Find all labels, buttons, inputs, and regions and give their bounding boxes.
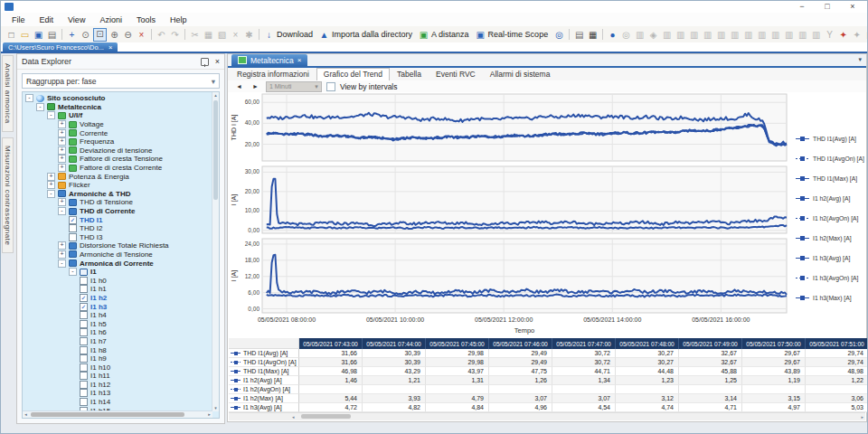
zoom-reset-button[interactable]: × <box>136 29 147 41</box>
tree-item[interactable]: I1 h7 <box>24 337 212 346</box>
tree-item[interactable]: +Fattore di cresta Corrente <box>24 164 212 173</box>
chart-option-8-button[interactable]: ▥ <box>729 29 741 41</box>
checkbox[interactable] <box>80 354 88 363</box>
checkbox[interactable] <box>80 311 88 319</box>
menu-azioni[interactable]: Azioni <box>92 14 129 25</box>
legend-item[interactable]: THD I1(Max) [A] <box>796 168 868 188</box>
redo-button[interactable]: ↷ <box>169 29 181 41</box>
download-button[interactable]: ↓ <box>263 29 275 41</box>
tree-item[interactable]: I1 h12 <box>24 381 212 390</box>
tree-item[interactable]: I1 h0 <box>24 276 212 285</box>
table-horizontal-scrollbar[interactable]: ◂ ▸ <box>229 412 865 420</box>
checkbox[interactable] <box>80 372 88 380</box>
zoom-in-button[interactable]: ⊕ <box>108 29 120 41</box>
pin-icon[interactable] <box>201 58 209 66</box>
tree-item[interactable]: -Sito sconosciuto <box>24 94 212 103</box>
file-path-tab-close-icon[interactable]: × <box>108 43 112 52</box>
tree-expander-icon[interactable]: + <box>58 155 66 163</box>
legend-item[interactable]: THD I1(AvgOn) [A] <box>796 148 868 168</box>
tree-expander-icon[interactable]: + <box>47 181 55 189</box>
table-column-header[interactable]: 05/05/2021 07:43:00 <box>299 338 363 349</box>
table-row[interactable]: I1 h2(Avg) [A]1,461,211,311,261,341,231,… <box>229 376 865 385</box>
chart-option-9-button[interactable]: ▥ <box>742 29 754 41</box>
tree-expander-icon[interactable]: - <box>36 103 44 111</box>
tree-expander-icon[interactable]: + <box>58 137 66 146</box>
tree-expander-icon[interactable]: + <box>58 129 66 137</box>
tree-item[interactable]: I1 h13 <box>24 389 212 398</box>
marker-gray-button[interactable]: ◎ <box>620 29 632 41</box>
chart-option-3-button[interactable]: ▥ <box>661 29 673 41</box>
legend-item[interactable]: I1 h2(Max) [A] <box>796 228 868 248</box>
tree-expander-icon[interactable]: + <box>58 241 66 250</box>
maximize-button[interactable]: □ <box>815 1 840 13</box>
web-button[interactable]: ◎ <box>553 29 565 41</box>
chart-option-4-button[interactable]: ▥ <box>675 29 686 41</box>
tree-item[interactable]: THD I2 <box>24 224 212 233</box>
table-row[interactable]: I1 h2(AvgOn) [A] <box>229 385 865 394</box>
copy-button[interactable]: ▦ <box>203 29 214 41</box>
table-column-header[interactable]: 05/05/2021 07:51:00 <box>806 338 868 349</box>
chart-option-1-button[interactable]: ▥ <box>634 29 646 41</box>
tree-item[interactable]: -Metaltecnica <box>24 103 212 112</box>
checkbox[interactable] <box>80 346 88 354</box>
scroll-left-icon[interactable]: ◂ <box>23 411 29 418</box>
checkbox[interactable] <box>80 320 88 328</box>
table-row[interactable]: I1 h2(Max) [A]5,443,934,793,073,073,123,… <box>229 394 865 403</box>
view-by-intervals-checkbox[interactable] <box>326 82 335 91</box>
side-tab-analisi-armonica[interactable]: Analisi armonica <box>2 55 14 132</box>
checkbox[interactable]: ✓ <box>80 294 88 302</box>
tree-expander-icon[interactable]: - <box>25 94 33 102</box>
checkbox[interactable] <box>80 285 88 293</box>
tree-item[interactable]: +Corrente <box>24 128 212 137</box>
tree-horizontal-scrollbar[interactable]: ◂ ▸ <box>23 410 212 418</box>
zoom-window-tool-button[interactable]: ⊡ <box>93 28 107 42</box>
menu-edit[interactable]: Edit <box>33 14 61 25</box>
document-tab-metaltecnica[interactable]: Metaltecnica × <box>231 54 307 66</box>
chart-option-2-button[interactable]: ◈ <box>647 29 659 41</box>
tree-item[interactable]: -Armoniche & THD <box>24 190 212 199</box>
zoom-out-button[interactable]: ⊖ <box>122 29 134 41</box>
tree-vertical-scrollbar[interactable]: ▴ ▾ <box>212 92 219 411</box>
checkbox[interactable] <box>69 224 77 232</box>
print-button[interactable]: ▤ <box>46 29 58 41</box>
realtime-scope-button[interactable]: ▣ <box>475 29 486 41</box>
tree-item[interactable]: +Potenza & Energia <box>24 172 212 181</box>
tree-expander-icon[interactable]: + <box>58 164 66 172</box>
scroll-down-icon[interactable]: ▾ <box>212 405 219 411</box>
tree-item[interactable]: I1 h9 <box>24 354 212 363</box>
scroll-right-icon[interactable]: ▸ <box>206 411 212 418</box>
tree-item[interactable]: +Flicker <box>24 181 212 190</box>
import-directory-button[interactable]: ▲ <box>318 29 330 41</box>
checkbox[interactable]: ✓ <box>80 303 88 311</box>
marker-blue-button[interactable]: ● <box>607 29 618 41</box>
checkbox[interactable] <box>80 363 88 372</box>
checkbox[interactable]: ✓ <box>69 216 77 224</box>
tree-item[interactable]: THD I3 <box>24 233 212 242</box>
pin-item-button[interactable]: ✱ <box>243 29 255 41</box>
tool-extra-button[interactable]: ▥ <box>864 29 868 41</box>
close-button[interactable]: × <box>840 1 865 13</box>
table-row[interactable]: THD I1(Avg) [A]31,6630,3929,9829,4930,72… <box>229 349 865 358</box>
tab-tabella[interactable]: Tabella <box>390 68 429 80</box>
open-file-button[interactable]: ▭ <box>19 29 31 41</box>
save-file-button[interactable]: ▣ <box>33 29 44 41</box>
chart-option-6-button[interactable]: ▥ <box>702 29 713 41</box>
table-row[interactable]: THD I1(Max) [A]46,9843,2943,9747,7544,71… <box>229 367 865 376</box>
chart-option-10-button[interactable]: ▥ <box>756 29 768 41</box>
file-path-tab[interactable]: C:\Users\Scuro Francesco\Do... × <box>3 42 118 52</box>
tree-expander-icon[interactable]: + <box>58 146 66 155</box>
chart-option-12-button[interactable]: ▥ <box>783 29 795 41</box>
tab-list-dropdown-icon[interactable]: ▾ <box>858 56 862 63</box>
realtime-scope-label[interactable]: Real-time Scope <box>488 30 549 39</box>
tree-item[interactable]: +Fattore di cresta Tensione <box>24 155 212 164</box>
tree-item[interactable]: I1 h11 <box>24 372 212 381</box>
chart-option-11-button[interactable]: ▥ <box>769 29 781 41</box>
table-hscroll-thumb[interactable] <box>301 414 351 419</box>
tree-item[interactable]: +Frequenza <box>24 137 212 146</box>
tree-item[interactable]: I1 h1 <box>24 285 212 294</box>
tree-expander-icon[interactable]: + <box>58 250 66 259</box>
legend-item[interactable]: I1 h3(Avg) [A] <box>796 248 868 268</box>
tree-item[interactable]: +Armoniche di Tensione <box>24 250 212 259</box>
scroll-up-icon[interactable]: ▴ <box>212 92 219 99</box>
filter-button[interactable]: Y <box>824 29 835 41</box>
